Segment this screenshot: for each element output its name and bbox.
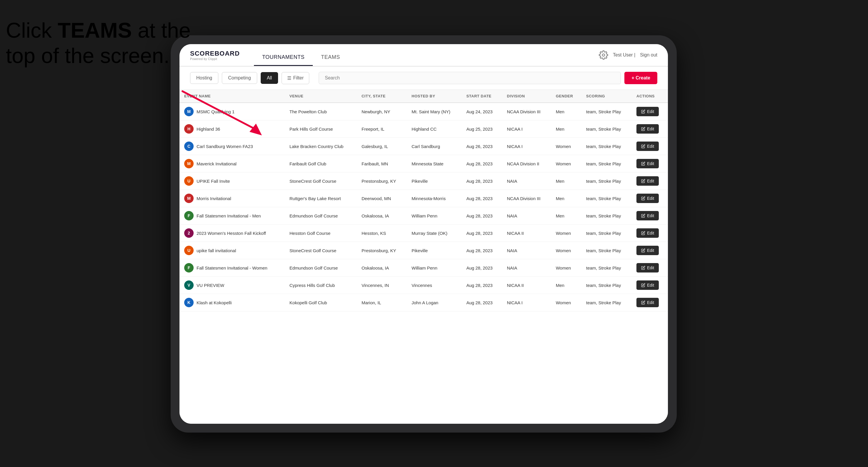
tab-tournaments[interactable]: TOURNAMENTS	[254, 50, 313, 66]
edit-button-2[interactable]: Edit	[637, 142, 659, 151]
edit-button-0[interactable]: Edit	[637, 107, 659, 116]
edit-button-4[interactable]: Edit	[637, 176, 659, 186]
team-logo: U	[184, 246, 194, 255]
table-row: M MSMC Qualifying 1 The Powelton Club Ne…	[180, 103, 668, 120]
cell-gender: Men	[551, 207, 581, 224]
cell-event-name: V VU PREVIEW	[180, 277, 285, 294]
instruction-text: Click TEAMS at thetop of the screen.	[6, 18, 191, 68]
cell-scoring: team, Stroke Play	[581, 190, 632, 207]
cell-division: NAIA	[502, 259, 551, 277]
event-name-text: 2023 Women's Hesston Fall Kickoff	[196, 231, 266, 236]
cell-start-date: Aug 28, 2023	[462, 224, 502, 242]
event-name-text: Morris Invitational	[196, 196, 231, 201]
edit-button-9[interactable]: Edit	[637, 263, 659, 273]
cell-division: NICAA I	[502, 294, 551, 311]
table-row: F Fall Statesmen Invitational - Women Ed…	[180, 259, 668, 277]
team-logo: 2	[184, 228, 194, 238]
search-input[interactable]	[319, 72, 621, 84]
cell-division: NAIA	[502, 207, 551, 224]
cell-gender: Women	[551, 224, 581, 242]
cell-gender: Women	[551, 294, 581, 311]
tab-teams[interactable]: TEAMS	[313, 50, 348, 66]
gear-icon[interactable]	[599, 50, 608, 60]
tablet-frame: SCOREBOARD Powered by Clippit TOURNAMENT…	[170, 35, 677, 433]
cell-division: NICAA II	[502, 277, 551, 294]
edit-button-1[interactable]: Edit	[637, 124, 659, 133]
team-logo: M	[184, 159, 194, 168]
team-logo: H	[184, 124, 194, 133]
table-row: M Morris Invitational Ruttger's Bay Lake…	[180, 190, 668, 207]
cell-division: NICAA I	[502, 138, 551, 155]
cell-division: NICAA II	[502, 224, 551, 242]
all-button[interactable]: All	[261, 72, 278, 84]
competing-button[interactable]: Competing	[222, 72, 257, 84]
table-row: V VU PREVIEW Cypress Hills Golf Club Vin…	[180, 277, 668, 294]
tournaments-table: EVENT NAME VENUE CITY, STATE HOSTED BY S…	[180, 90, 668, 424]
cell-division: NCAA Division III	[502, 190, 551, 207]
cell-actions: Edit	[632, 224, 668, 242]
cell-actions: Edit	[632, 190, 668, 207]
cell-gender: Women	[551, 242, 581, 259]
col-event-name: EVENT NAME	[180, 90, 285, 103]
team-logo: C	[184, 142, 194, 151]
edit-button-8[interactable]: Edit	[637, 246, 659, 255]
cell-venue: StoneCrest Golf Course	[285, 242, 357, 259]
event-name-text: MSMC Qualifying 1	[196, 109, 235, 114]
cell-start-date: Aug 28, 2023	[462, 155, 502, 173]
filter-icon: ☰	[287, 75, 291, 81]
edit-button-6[interactable]: Edit	[637, 211, 659, 220]
create-button[interactable]: + Create	[624, 72, 657, 84]
cell-city-state: Faribault, MN	[357, 155, 407, 173]
cell-venue: Hesston Golf Course	[285, 224, 357, 242]
cell-scoring: team, Stroke Play	[581, 224, 632, 242]
cell-scoring: team, Stroke Play	[581, 242, 632, 259]
cell-city-state: Deerwood, MN	[357, 190, 407, 207]
event-name-text: Carl Sandburg Women FA23	[196, 144, 253, 149]
cell-venue: Cypress Hills Golf Club	[285, 277, 357, 294]
cell-event-name: F Fall Statesmen Invitational - Men	[180, 207, 285, 224]
cell-venue: Edmundson Golf Course	[285, 259, 357, 277]
cell-venue: StoneCrest Golf Course	[285, 173, 357, 190]
cell-venue: Edmundson Golf Course	[285, 207, 357, 224]
cell-venue: Ruttger's Bay Lake Resort	[285, 190, 357, 207]
cell-start-date: Aug 28, 2023	[462, 259, 502, 277]
cell-event-name: F Fall Statesmen Invitational - Women	[180, 259, 285, 277]
cell-scoring: team, Stroke Play	[581, 294, 632, 311]
cell-hosted-by: Vincennes	[407, 277, 462, 294]
table-row: H Highland 36 Park Hills Golf Course Fre…	[180, 120, 668, 138]
cell-city-state: Freeport, IL	[357, 120, 407, 138]
edit-button-5[interactable]: Edit	[637, 194, 659, 203]
edit-button-10[interactable]: Edit	[637, 280, 659, 290]
cell-city-state: Oskaloosa, IA	[357, 207, 407, 224]
filter-button[interactable]: ☰ Filter	[282, 72, 309, 84]
cell-actions: Edit	[632, 120, 668, 138]
cell-scoring: team, Stroke Play	[581, 120, 632, 138]
hosting-button[interactable]: Hosting	[190, 72, 218, 84]
cell-venue: Faribault Golf Club	[285, 155, 357, 173]
cell-gender: Women	[551, 155, 581, 173]
table-row: 2 2023 Women's Hesston Fall Kickoff Hess…	[180, 224, 668, 242]
table-header-row: EVENT NAME VENUE CITY, STATE HOSTED BY S…	[180, 90, 668, 103]
cell-hosted-by: Mt. Saint Mary (NY)	[407, 103, 462, 120]
cell-hosted-by: William Penn	[407, 259, 462, 277]
edit-button-11[interactable]: Edit	[637, 298, 659, 307]
cell-actions: Edit	[632, 103, 668, 120]
sign-out-link[interactable]: Sign out	[640, 52, 657, 58]
cell-gender: Men	[551, 120, 581, 138]
cell-division: NCAA Division II	[502, 155, 551, 173]
cell-city-state: Vincennes, IN	[357, 277, 407, 294]
cell-start-date: Aug 26, 2023	[462, 138, 502, 155]
cell-venue: Lake Bracken Country Club	[285, 138, 357, 155]
cell-scoring: team, Stroke Play	[581, 259, 632, 277]
cell-hosted-by: William Penn	[407, 207, 462, 224]
header-right: Test User | Sign out	[599, 50, 657, 60]
cell-event-name: U upike fall invitational	[180, 242, 285, 259]
cell-event-name: H Highland 36	[180, 120, 285, 138]
edit-button-7[interactable]: Edit	[637, 228, 659, 238]
event-name-text: Fall Statesmen Invitational - Men	[196, 213, 261, 218]
col-city-state: CITY, STATE	[357, 90, 407, 103]
cell-venue: Park Hills Golf Course	[285, 120, 357, 138]
edit-button-3[interactable]: Edit	[637, 159, 659, 168]
cell-gender: Men	[551, 103, 581, 120]
cell-city-state: Newburgh, NY	[357, 103, 407, 120]
